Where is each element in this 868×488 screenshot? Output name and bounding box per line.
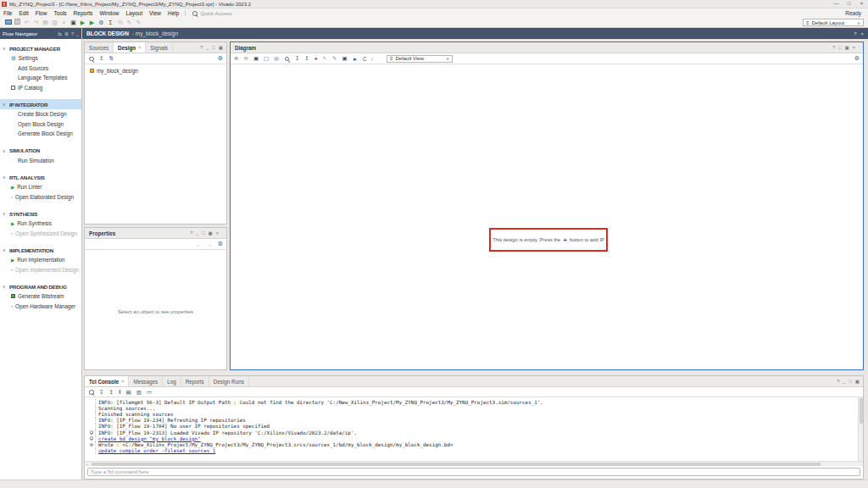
search-icon[interactable] [284,56,290,62]
tab-reports[interactable]: Reports [181,376,209,386]
regenerate-layout-icon[interactable]: C [363,56,367,62]
close-icon[interactable]: × [860,31,864,36]
redo-icon[interactable]: ↷ [31,19,41,27]
nav-item-run-implementation[interactable]: ▶ Run Implementation [0,255,81,265]
console-command-text[interactable]: create_bd_design "my_block_design" [98,436,201,441]
back-arrow-icon[interactable]: ← [196,241,202,247]
scrollbar-thumb[interactable] [92,463,821,466]
nav-item-create-block-design[interactable]: Create Block Design [0,109,81,119]
add-ip-icon[interactable]: + [314,56,318,62]
nav-header-rtl-analysis[interactable]: ∨ RTL ANALYSIS [0,172,81,182]
plus-icon[interactable]: + [563,236,567,244]
run-connection-automation-icon[interactable]: ✎ [332,55,337,62]
nav-header-simulation[interactable]: ∨ SIMULATION [0,146,81,156]
minimize-icon[interactable]: _ [843,379,845,384]
collapse-toggle-icon[interactable] [90,430,94,435]
nav-help-icon[interactable]: ? [71,31,74,36]
reports-sigma-icon[interactable]: Σ [106,19,115,27]
tab-design[interactable]: Design × [114,42,146,53]
expand-all-icon[interactable]: ↥ [99,55,103,62]
expand-hierarchy-icon[interactable]: ↥ [304,55,309,62]
nav-item-open-synthesized-design[interactable]: › Open Synthesized Design [0,229,81,239]
nav-item-open-elaborated-design[interactable]: › Open Elaborated Design [0,192,81,202]
maximize-icon[interactable]: □ [849,379,851,384]
nav-item-generate-block-design[interactable]: Generate Block Design [0,129,81,139]
tab-log[interactable]: Log [163,376,181,386]
tcl-command-input[interactable] [87,468,860,476]
nav-item-run-simulation[interactable]: Run Simulation [0,156,81,166]
copy-icon[interactable]: ▤ [41,19,50,27]
nav-header-project-manager[interactable]: ∨ PROJECT MANAGER [0,43,81,53]
tab-messages[interactable]: Messages [129,376,163,386]
zoom-in-icon[interactable]: ⊕ [234,55,238,62]
zoom-fit-icon[interactable]: ▣ [253,55,259,62]
undo-icon[interactable]: ↶ [22,19,31,27]
minimize-icon[interactable]: _ [206,45,209,50]
search-icon[interactable] [88,56,94,62]
layout-selector-dropdown[interactable]: ≡ Default Layout ∨ [803,19,864,26]
run-icon[interactable]: ▶ [78,19,87,27]
menu-edit[interactable]: Edit [15,8,31,18]
close-button[interactable]: × [855,0,868,8]
float-icon[interactable]: ▣ [845,45,849,50]
customize-icon[interactable]: ► [353,56,358,62]
menu-help[interactable]: Help [164,8,182,18]
help-icon[interactable]: ? [832,45,835,50]
help-icon[interactable]: ? [854,31,856,36]
step-icon[interactable]: ▶ [87,19,97,27]
nav-gear-icon[interactable]: ⚙ [64,31,69,36]
menu-window[interactable]: Window [96,8,122,18]
delete-icon[interactable]: × [59,19,69,27]
edit-pencil-icon[interactable]: ✎ [125,19,134,27]
float-icon[interactable]: ▣ [209,230,213,236]
minimize-icon[interactable]: _ [196,230,198,236]
expand-all-icon[interactable]: ↥ [108,389,113,396]
page-icon[interactable]: ▥ [136,389,142,396]
collapse-hierarchy-icon[interactable]: ↧ [295,55,299,62]
nav-item-settings[interactable]: ⚙ Settings [0,53,81,64]
menu-file[interactable]: File [0,8,15,18]
close-icon[interactable]: × [216,230,219,236]
help-icon[interactable]: ? [190,230,192,236]
menu-tools[interactable]: Tools [50,8,70,18]
zoom-to-selection-icon[interactable]: ▢ [264,55,269,62]
maximize-button[interactable]: □ [843,0,855,8]
nav-item-language-templates[interactable]: Language Templates [0,73,81,83]
console-output[interactable]: INFO: [filemgmt 56-3] Default IP Output … [85,397,863,461]
view-selector-dropdown[interactable]: ≡ Default View ∨ [387,55,453,63]
diagram-canvas[interactable]: This design is empty. Press the + button… [231,64,863,369]
settings-gear-icon[interactable]: ⚙ [218,55,223,62]
menu-view[interactable]: View [146,8,164,18]
tab-signals[interactable]: Signals [146,42,173,53]
zoom-out-icon[interactable]: ⊖ [243,55,248,62]
maximize-icon[interactable]: □ [202,230,204,236]
nav-item-ip-catalog[interactable]: IP Catalog [0,83,81,93]
nav-minimize-icon[interactable]: _ [76,31,79,36]
nav-item-add-sources[interactable]: Add Sources [0,64,81,74]
settings-gear-icon[interactable]: ⚙ [218,241,223,247]
scroll-left-icon[interactable]: › [85,462,90,467]
forward-arrow-icon[interactable]: → [207,241,213,247]
menu-reports[interactable]: Reports [70,8,97,18]
search-icon[interactable] [88,389,94,395]
nav-item-open-block-design[interactable]: Open Block Design [0,119,81,130]
swap-panel-icon[interactable]: ⇆ [58,31,62,36]
menu-flow[interactable]: Flow [32,8,51,18]
tree-item-block-design[interactable]: my_block_design [85,64,226,74]
menu-layout[interactable]: Layout [123,8,147,18]
nav-item-open-implemented-design[interactable]: › Open Implemented Design [0,265,81,275]
optimize-routing-icon[interactable]: ∕ [372,56,373,62]
designer-assistance-icon[interactable]: ↖ [323,55,327,62]
save-icon[interactable] [13,19,22,27]
nav-header-ip-integrator[interactable]: ∨ IP INTEGRATOR [0,99,81,109]
tab-close-icon[interactable]: × [138,45,141,50]
percent-icon[interactable]: % [115,19,125,27]
close-icon[interactable]: × [853,45,855,50]
autofit-selection-icon[interactable]: ◎ [274,55,279,62]
help-icon[interactable]: ? [837,379,839,384]
scrollbar-thumb[interactable] [860,398,863,424]
console-vertical-scrollbar[interactable] [858,397,863,461]
nav-item-run-synthesis[interactable]: ▶ Run Synthesis [0,219,81,229]
float-icon[interactable]: ▣ [219,45,223,50]
console-command-text[interactable]: update_compile_order -fileset sources_1 [98,448,215,453]
